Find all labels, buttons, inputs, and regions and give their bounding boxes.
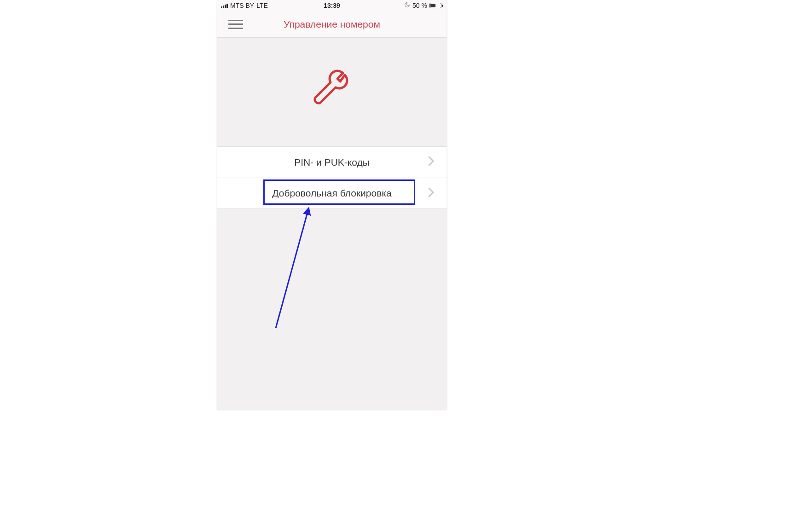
network-label: LTE	[256, 2, 268, 9]
menu-item-pin-puk[interactable]: PIN- и PUK-коды	[217, 146, 447, 178]
menu-list: PIN- и PUK-коды Добровольная блокировка	[217, 146, 447, 209]
menu-icon[interactable]	[228, 20, 243, 29]
hero-area	[217, 38, 447, 146]
status-bar: MTS BY LTE 13:39 50 %	[217, 0, 447, 11]
signal-icon	[221, 3, 228, 8]
menu-item-label: PIN- и PUK-коды	[294, 157, 370, 168]
carrier-label: MTS BY	[230, 2, 254, 9]
chevron-right-icon	[428, 156, 435, 168]
wrench-icon	[309, 68, 355, 116]
status-time: 13:39	[324, 2, 340, 9]
status-right: 50 %	[404, 2, 443, 9]
menu-item-voluntary-block[interactable]: Добровольная блокировка	[217, 178, 447, 209]
phone-frame: MTS BY LTE 13:39 50 % Управление номером	[217, 0, 447, 410]
chevron-right-icon	[428, 187, 435, 200]
battery-percent: 50 %	[412, 2, 427, 9]
nav-bar: Управление номером	[217, 11, 447, 38]
menu-item-label: Добровольная блокировка	[272, 188, 391, 199]
battery-icon	[429, 3, 443, 8]
status-left: MTS BY LTE	[221, 2, 268, 9]
page-title: Управление номером	[284, 19, 380, 30]
do-not-disturb-icon	[404, 2, 410, 9]
